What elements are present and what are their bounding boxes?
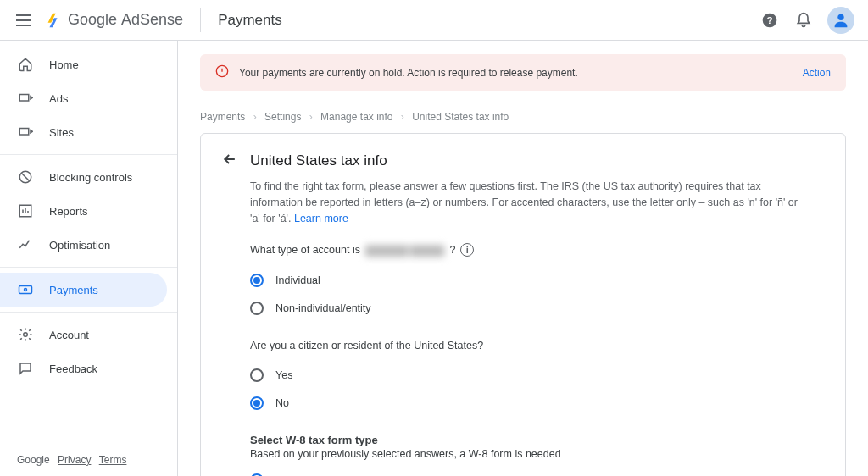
nav-separator <box>0 312 177 313</box>
card-description: To find the right tax form, please answe… <box>250 179 801 226</box>
q1-entity[interactable]: Non-individual/entity <box>250 295 801 323</box>
card-title: United States tax info <box>250 152 387 169</box>
feedback-icon <box>17 360 34 377</box>
svg-point-9 <box>24 333 28 337</box>
privacy-link[interactable]: Privacy <box>58 454 91 466</box>
home-icon <box>17 56 34 73</box>
w8-section-sub: Based on your previously selected answer… <box>250 448 801 460</box>
bc-payments[interactable]: Payments <box>200 111 245 123</box>
payments-icon <box>17 281 34 298</box>
sidebar-item-home[interactable]: Home <box>0 47 177 81</box>
sidebar-item-label: Account <box>49 329 89 341</box>
menu-icon[interactable] <box>14 10 34 30</box>
sidebar-item-label: Ads <box>49 92 68 105</box>
sidebar-item-account[interactable]: Account <box>0 318 177 351</box>
header-divider <box>200 8 201 32</box>
sidebar-item-label: Feedback <box>49 363 97 375</box>
q1-individual[interactable]: Individual <box>250 267 801 295</box>
adsense-logo-mark <box>44 11 63 30</box>
sidebar-item-label: Sites <box>49 126 74 139</box>
sidebar-item-label: Payments <box>49 284 98 296</box>
q2-label: Are you a citizen or resident of the Uni… <box>250 340 801 351</box>
trend-icon <box>17 236 34 253</box>
sidebar-footer: Google Privacy Terms <box>0 444 177 476</box>
payments-hold-alert: Your payments are currently on hold. Act… <box>200 54 846 91</box>
page-title: Payments <box>218 12 282 29</box>
help-icon[interactable]: ? <box>760 10 780 30</box>
sidebar-item-sites[interactable]: Sites <box>0 115 177 149</box>
notifications-icon[interactable] <box>793 10 814 30</box>
sidebar-item-optimisation[interactable]: Optimisation <box>0 228 177 262</box>
sidebar-item-ads[interactable]: Ads <box>0 81 177 115</box>
w8-ben-option[interactable]: W-8BEN: This form is most commonly used … <box>250 467 801 476</box>
nav-separator <box>0 154 177 155</box>
sidebar-item-reports[interactable]: Reports <box>0 194 177 228</box>
radio-icon <box>250 396 264 410</box>
sidebar-item-blocking[interactable]: Blocking controls <box>0 160 177 194</box>
ads-icon <box>17 90 34 107</box>
bc-settings[interactable]: Settings <box>264 111 301 123</box>
svg-point-8 <box>25 289 27 291</box>
reports-icon <box>17 202 34 219</box>
account-avatar[interactable] <box>827 7 854 34</box>
radio-icon <box>250 274 264 287</box>
footer-brand: Google <box>17 454 50 466</box>
sidebar-item-feedback[interactable]: Feedback <box>0 351 177 385</box>
terms-link[interactable]: Terms <box>99 454 127 466</box>
breadcrumb: Payments › Settings › Manage tax info › … <box>200 111 846 123</box>
svg-point-2 <box>837 14 843 19</box>
q2-no[interactable]: No <box>250 390 801 418</box>
radio-icon <box>250 368 264 382</box>
svg-rect-4 <box>19 129 29 136</box>
radio-icon <box>250 302 264 315</box>
sidebar-item-payments[interactable]: Payments <box>0 273 167 307</box>
sidebar-item-label: Home <box>49 58 79 71</box>
error-icon <box>215 64 229 80</box>
nav-separator <box>0 267 177 268</box>
sidebar-item-label: Reports <box>49 205 88 218</box>
block-icon <box>17 169 34 185</box>
sites-icon <box>17 124 34 141</box>
bc-manage-tax[interactable]: Manage tax info <box>320 111 392 123</box>
alert-action-link[interactable]: Action <box>803 67 831 79</box>
svg-text:?: ? <box>766 14 772 25</box>
svg-rect-7 <box>19 286 32 294</box>
alert-text: Your payments are currently on hold. Act… <box>239 67 578 79</box>
gear-icon <box>17 326 34 343</box>
w8-section-title: Select W-8 tax form type <box>250 434 801 446</box>
q1-label: What type of account is ▇▇▇▇▇ ▇▇▇▇? i <box>250 243 801 257</box>
svg-rect-3 <box>19 95 29 102</box>
bc-us-tax: United States tax info <box>412 111 509 123</box>
learn-more-link[interactable]: Learn more <box>294 213 348 224</box>
logo-text: Google AdSense <box>68 11 183 29</box>
back-arrow-icon[interactable] <box>221 151 238 170</box>
tax-info-card: United States tax info To find the right… <box>200 133 846 476</box>
info-icon[interactable]: i <box>460 243 474 257</box>
sidebar-item-label: Blocking controls <box>49 171 132 184</box>
adsense-logo[interactable]: Google AdSense <box>44 11 183 30</box>
sidebar-item-label: Optimisation <box>49 239 110 252</box>
q2-yes[interactable]: Yes <box>250 362 801 390</box>
